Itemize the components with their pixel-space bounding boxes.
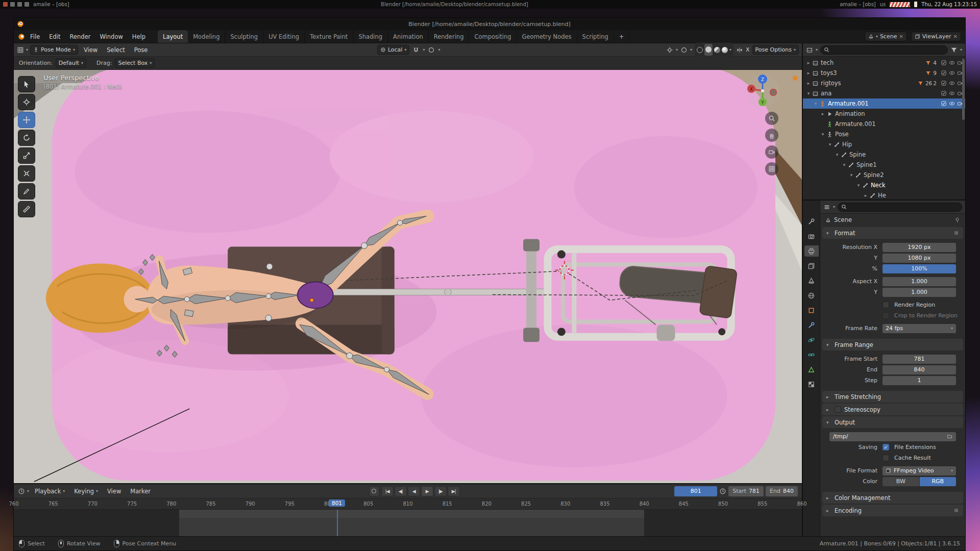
outliner-row-spine2[interactable]: ▾ Spine2 bbox=[803, 170, 965, 180]
proportional-edit-icon[interactable] bbox=[428, 46, 435, 54]
outliner-row-rigtoys[interactable]: ▸ rigtoys 26 2 bbox=[803, 78, 965, 88]
shading-material-icon[interactable] bbox=[714, 47, 720, 53]
jump-to-end-button[interactable]: ▶| bbox=[448, 486, 460, 496]
menu-help[interactable]: Help bbox=[128, 32, 150, 42]
outliner-row-neck[interactable]: ▾ Neck bbox=[803, 180, 965, 190]
disclosure-icon[interactable]: ▸ bbox=[819, 111, 826, 116]
play-button[interactable]: ▶ bbox=[421, 486, 433, 496]
shading-wireframe-icon[interactable] bbox=[697, 47, 703, 53]
viewport-menu-view[interactable]: View bbox=[80, 45, 101, 55]
zoom-button[interactable] bbox=[765, 112, 778, 125]
crop-region-checkbox[interactable] bbox=[883, 312, 889, 319]
perspective-toggle-button[interactable] bbox=[765, 162, 778, 176]
checkbox-icon[interactable] bbox=[941, 101, 947, 107]
pelvis-widget[interactable] bbox=[298, 282, 333, 308]
outliner-search-input[interactable] bbox=[831, 47, 944, 53]
gizmo-caret-icon[interactable]: ▾ bbox=[676, 47, 678, 52]
scene-render[interactable] bbox=[14, 70, 802, 483]
tab-texture-paint[interactable]: Texture Paint bbox=[305, 30, 353, 43]
color-bw-button[interactable]: BW bbox=[883, 477, 919, 486]
tab-object-data[interactable] bbox=[804, 364, 819, 375]
panel-menu-icon[interactable] bbox=[953, 230, 959, 236]
properties-editor-icon[interactable] bbox=[823, 204, 830, 211]
panel-stereoscopy-header[interactable]: ▸ Stereoscopy bbox=[822, 404, 963, 415]
orientation-setting-dropdown[interactable]: Default ▾ bbox=[56, 58, 86, 68]
tab-modeling[interactable]: Modeling bbox=[188, 30, 225, 43]
playhead-frame-badge[interactable]: 801 bbox=[329, 499, 345, 507]
panel-color-management-header[interactable]: ▸ Color Management bbox=[822, 492, 963, 504]
tool-transform[interactable] bbox=[18, 165, 35, 182]
tab-render[interactable] bbox=[804, 231, 819, 242]
viewport-menu-pose[interactable]: Pose bbox=[131, 45, 152, 55]
outliner-row-animation[interactable]: ▸ Animation bbox=[803, 109, 965, 119]
outliner-row-pose[interactable]: ▾ Pose bbox=[803, 129, 965, 139]
prev-keyframe-button[interactable]: ◀| bbox=[395, 486, 407, 496]
show-gizmo-icon[interactable] bbox=[666, 46, 673, 54]
tab-output[interactable] bbox=[804, 245, 819, 257]
overlays-icon[interactable] bbox=[680, 46, 688, 54]
tab-view-layer[interactable] bbox=[804, 260, 819, 271]
disclosure-icon[interactable]: ▾ bbox=[841, 162, 848, 167]
shading-solid-button[interactable] bbox=[704, 44, 713, 56]
frame-rate-dropdown[interactable]: 24 fps▾ bbox=[883, 324, 956, 333]
menu-file[interactable]: File bbox=[26, 32, 44, 42]
tab-uv-editing[interactable]: UV Editing bbox=[263, 30, 305, 43]
proportional-caret-icon[interactable]: ▾ bbox=[438, 47, 440, 52]
menu-edit[interactable]: Edit bbox=[45, 32, 64, 42]
output-path-field[interactable]: /tmp/ bbox=[829, 432, 956, 441]
disclosure-icon[interactable]: ▸ bbox=[862, 193, 869, 198]
tool-measure[interactable] bbox=[18, 201, 35, 217]
file-extensions-checkbox[interactable]: ✓ bbox=[883, 444, 889, 450]
resolution-x-field[interactable]: 1920 px bbox=[883, 243, 956, 252]
outliner-row-head[interactable]: ▸ He bbox=[803, 190, 965, 199]
tab-layout[interactable]: Layout bbox=[158, 30, 188, 43]
stereoscopy-checkbox[interactable] bbox=[835, 406, 841, 413]
outliner-row-toys3[interactable]: ▸ toys3 9 bbox=[803, 68, 965, 78]
tab-animation[interactable]: Animation bbox=[388, 30, 429, 43]
pose-options-dropdown[interactable]: Pose Options ▾ bbox=[752, 45, 799, 55]
outliner-editor-caret-icon[interactable]: ▾ bbox=[816, 47, 818, 52]
checkbox-icon[interactable] bbox=[941, 90, 947, 96]
tab-shading[interactable]: Shading bbox=[353, 30, 388, 43]
mode-dropdown[interactable]: Pose Mode ▾ bbox=[30, 45, 78, 55]
panel-frame-range-header[interactable]: ▾ Frame Range bbox=[822, 339, 963, 350]
tab-modifiers[interactable] bbox=[804, 319, 819, 331]
disclosure-icon[interactable]: ▾ bbox=[826, 142, 834, 147]
menu-render[interactable]: Render bbox=[66, 32, 95, 42]
tab-sculpting[interactable]: Sculpting bbox=[225, 30, 263, 43]
navigation-gizmo[interactable]: Z Y X bbox=[745, 73, 780, 109]
drag-setting-dropdown[interactable]: Select Box ▾ bbox=[115, 58, 155, 68]
tab-compositing[interactable]: Compositing bbox=[469, 30, 517, 43]
tab-world[interactable] bbox=[804, 290, 819, 301]
eye-icon[interactable] bbox=[949, 70, 955, 76]
window-titlebar[interactable]: Blender [/home/amalie/Desktop/blender/ca… bbox=[14, 18, 965, 30]
tool-move[interactable] bbox=[18, 112, 35, 128]
keyboard-layout-indicator[interactable]: us bbox=[880, 2, 886, 7]
eye-icon[interactable] bbox=[949, 101, 955, 107]
disclosure-icon[interactable]: ▾ bbox=[848, 172, 855, 178]
frame-range-clock-icon[interactable] bbox=[719, 488, 726, 495]
outliner-editor-icon[interactable] bbox=[806, 46, 813, 54]
tool-scale[interactable] bbox=[18, 147, 35, 164]
tool-annotate[interactable] bbox=[18, 183, 35, 199]
playhead[interactable] bbox=[337, 510, 338, 536]
disclosure-icon[interactable]: ▾ bbox=[834, 152, 841, 157]
timeline-menu-playback[interactable]: Playback▾ bbox=[31, 487, 68, 496]
tab-object[interactable] bbox=[804, 305, 819, 316]
auto-key-button[interactable] bbox=[369, 486, 379, 496]
frame-end-field[interactable]: End840 bbox=[766, 486, 798, 496]
pin-icon[interactable] bbox=[954, 217, 960, 223]
menu-window[interactable]: Window bbox=[95, 32, 127, 42]
snap-caret-icon[interactable]: ▾ bbox=[423, 47, 425, 52]
properties-search[interactable] bbox=[838, 203, 962, 212]
editor-type-icon[interactable] bbox=[17, 46, 24, 54]
timeline-editor-caret-icon[interactable]: ▾ bbox=[27, 489, 29, 493]
outliner-row-ana[interactable]: ▾ ana bbox=[803, 88, 965, 98]
tab-constraints[interactable] bbox=[804, 349, 819, 360]
tab-tool[interactable] bbox=[804, 216, 819, 227]
outliner-scrollbar[interactable] bbox=[962, 59, 965, 120]
tool-select-box[interactable] bbox=[18, 76, 35, 92]
disclosure-icon[interactable]: ▾ bbox=[812, 101, 819, 106]
filter-funnel-icon[interactable] bbox=[950, 46, 958, 54]
resolution-pct-slider[interactable]: 100% bbox=[883, 264, 956, 273]
